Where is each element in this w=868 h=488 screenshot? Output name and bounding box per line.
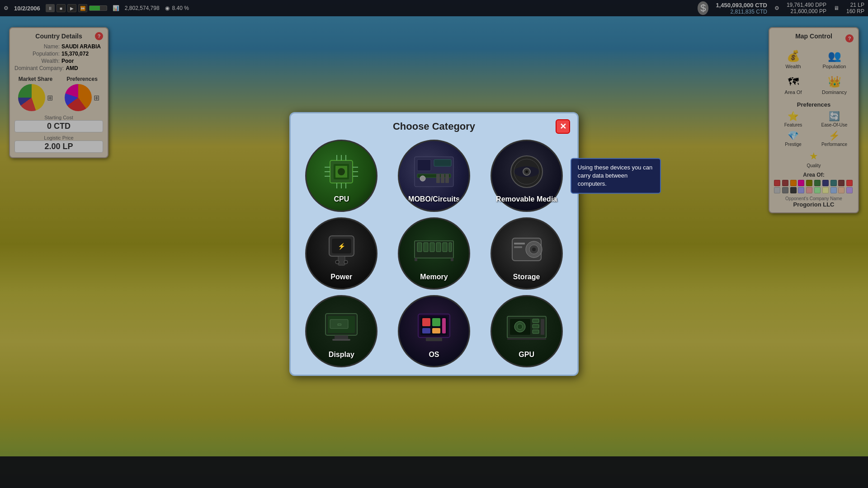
category-btn-os[interactable]: OS — [398, 295, 470, 367]
category-grid: CPUMOBO/CircuitsRemovable MediaUsing the… — [298, 140, 570, 367]
svg-rect-53 — [332, 339, 350, 341]
modal-title: Choose Category — [393, 121, 475, 132]
category-icon-storage — [497, 224, 556, 275]
category-icon-cpu — [312, 146, 371, 197]
category-label-os: OS — [429, 351, 439, 359]
category-icon-power: ⚡ — [312, 224, 371, 275]
svg-rect-60 — [422, 328, 430, 333]
svg-rect-59 — [432, 318, 440, 326]
category-btn-gpu[interactable]: GPU — [491, 295, 563, 367]
category-label-mobo: MOBO/Circuits — [408, 195, 460, 203]
category-label-gpu: GPU — [519, 351, 534, 359]
category-icon-mobo — [405, 146, 463, 197]
svg-rect-58 — [422, 318, 430, 326]
svg-text:⚡: ⚡ — [337, 243, 345, 250]
svg-rect-31 — [338, 256, 345, 265]
modal-overlay: Choose Category ✕ CPUMOBO/CircuitsRemova… — [0, 0, 868, 488]
category-btn-display[interactable]: ▭Display — [305, 295, 377, 367]
category-btn-power[interactable]: ⚡Power — [305, 217, 377, 290]
svg-point-20 — [420, 176, 425, 181]
svg-rect-61 — [432, 328, 440, 333]
svg-point-47 — [532, 248, 536, 251]
svg-point-33 — [344, 260, 348, 264]
choose-category-modal: Choose Category ✕ CPUMOBO/CircuitsRemova… — [289, 112, 579, 376]
svg-rect-39 — [436, 243, 441, 252]
category-icon-memory — [405, 224, 463, 275]
modal-title-bar: Choose Category ✕ — [298, 121, 570, 132]
svg-rect-49 — [514, 246, 522, 248]
category-icon-os — [405, 302, 463, 352]
svg-rect-22 — [441, 174, 444, 183]
svg-point-67 — [517, 324, 523, 329]
svg-rect-43 — [451, 258, 453, 261]
category-label-power: Power — [330, 273, 352, 281]
svg-rect-36 — [417, 243, 422, 252]
svg-point-3 — [338, 168, 345, 175]
removable-media-tooltip: Using these devices you can carry data b… — [571, 158, 661, 194]
svg-rect-42 — [415, 258, 417, 261]
svg-point-32 — [335, 260, 339, 264]
svg-rect-18 — [434, 160, 451, 166]
category-label-cpu: CPU — [334, 195, 349, 203]
category-icon-display: ▭ — [312, 302, 371, 352]
svg-rect-40 — [443, 243, 447, 252]
svg-rect-72 — [507, 338, 546, 340]
svg-rect-71 — [541, 319, 544, 335]
svg-rect-48 — [514, 243, 525, 244]
svg-rect-41 — [449, 243, 452, 252]
category-btn-cpu[interactable]: CPU — [305, 140, 377, 212]
svg-rect-21 — [436, 174, 440, 183]
category-label-removable: Removable Media — [496, 195, 557, 203]
category-btn-storage[interactable]: Storage — [491, 217, 563, 290]
svg-rect-62 — [442, 318, 446, 333]
category-btn-memory[interactable]: Memory — [398, 217, 470, 290]
svg-rect-70 — [533, 330, 539, 333]
svg-rect-69 — [533, 324, 539, 328]
svg-rect-68 — [533, 319, 539, 323]
svg-rect-23 — [445, 174, 449, 183]
svg-rect-38 — [430, 243, 434, 252]
svg-rect-37 — [424, 243, 428, 252]
category-label-memory: Memory — [420, 273, 448, 281]
modal-close-button[interactable]: ✕ — [556, 119, 570, 134]
svg-rect-17 — [417, 160, 431, 171]
category-icon-removable — [497, 146, 556, 197]
category-icon-gpu — [497, 302, 556, 352]
svg-rect-52 — [335, 335, 348, 339]
svg-point-28 — [525, 170, 528, 173]
svg-text:▭: ▭ — [337, 322, 341, 327]
category-label-display: Display — [329, 351, 354, 359]
category-btn-mobo[interactable]: MOBO/Circuits — [398, 140, 470, 212]
category-btn-removable[interactable]: Removable MediaUsing these devices you c… — [491, 140, 563, 212]
category-label-storage: Storage — [513, 273, 540, 281]
svg-rect-63 — [426, 338, 442, 341]
